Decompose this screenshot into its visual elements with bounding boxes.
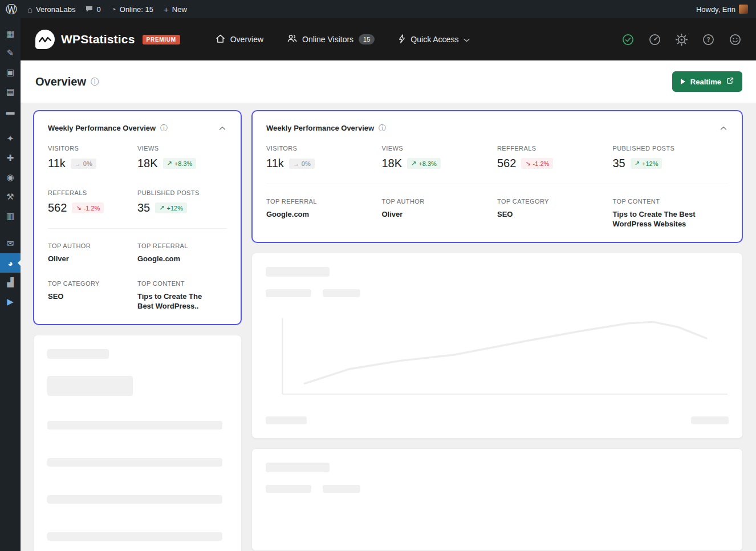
skeleton-bar [266, 416, 307, 424]
traffic-chart-loading-card [251, 253, 743, 439]
posts-icon: ✎ [7, 48, 14, 58]
collapse-chevron-up-icon[interactable] [719, 125, 728, 132]
metric-value: 18K [137, 157, 158, 170]
sidebar-item-media[interactable]: ▣ [0, 63, 21, 82]
sidebar-item-posts[interactable]: ✎ [0, 43, 21, 63]
trend-badge: ↗+12% [631, 158, 662, 169]
feedback-smiley-icon[interactable] [729, 34, 741, 46]
comments-link[interactable]: 0 [86, 5, 100, 14]
sidebar-item-settings[interactable]: ▥ [0, 206, 21, 226]
trend-badge: →0% [71, 159, 96, 169]
top-category: TOP CATEGORY SEO [48, 280, 137, 311]
help-icon[interactable]: ? [702, 34, 714, 46]
nav-overview-label: Overview [230, 35, 263, 44]
sidebar-item-plugins[interactable]: ✚ [0, 148, 21, 168]
sidebar-item-pages[interactable]: ▤ [0, 82, 21, 102]
top-value: Tips to Create The Best WordPress.. [137, 292, 227, 311]
metric-refferals: REFFERALS 562 ↘-1.2% [48, 189, 137, 214]
skeleton-bar [47, 532, 222, 541]
nav-item-quick-access[interactable]: Quick Access [399, 34, 470, 45]
skeleton-bar [47, 495, 222, 504]
realtime-button[interactable]: Realtime [672, 71, 742, 92]
top-label: TOP CATEGORY [497, 198, 613, 205]
card-title: Weekly Performance Overview ⓘ [266, 124, 386, 132]
performance-gauge-icon[interactable] [649, 34, 661, 46]
sidebar-item-appearance[interactable]: ✦ [0, 129, 21, 148]
sidebar-item-comments[interactable]: ▬ [0, 102, 21, 121]
comments-icon: ▬ [6, 107, 15, 116]
site-name-label: VeronaLabs [36, 5, 75, 14]
wp-admin-sidebar: ▦ ✎ ▣ ▤ ▬ ✦ ✚ ◉ ⚒ ▥ ✉ ◕ ▟ ▶ [0, 18, 21, 551]
header-utility-icons: ? [622, 34, 741, 46]
top-content: TOP CONTENT Tips to Create The Best Word… [613, 198, 729, 229]
top-content: TOP CONTENT Tips to Create The Best Word… [137, 280, 227, 311]
metric-value: 11k [48, 157, 66, 170]
bottom-loading-card [251, 448, 743, 551]
wp-statistics-icon: ◕ [7, 258, 13, 268]
top-value: SEO [497, 210, 613, 220]
top-author: TOP AUTHOR Oliver [382, 198, 498, 229]
skeleton-bar [323, 289, 360, 297]
sidebar-item-tools[interactable]: ⚒ [0, 187, 21, 206]
sidebar-item-users[interactable]: ◉ [0, 168, 21, 187]
chevron-down-icon [464, 35, 470, 44]
howdy-account-link[interactable]: Howdy, Erin [696, 5, 748, 14]
nav-quick-access-label: Quick Access [410, 35, 458, 44]
trend-badge: ↘-1.2% [72, 202, 104, 213]
card-divider [266, 184, 728, 184]
card-info-icon[interactable]: ⓘ [160, 124, 168, 132]
card-title-text: Weekly Performance Overview [48, 124, 156, 132]
tops-grid: TOP AUTHOR Oliver TOP REFERRAL Google.co… [48, 242, 227, 311]
metrics-grid: VISITORS 11k →0% VIEWS 18K ↗+8.3% REFFER… [266, 145, 728, 170]
top-label: TOP CATEGORY [48, 280, 137, 287]
sidebar-item-video[interactable]: ▶ [0, 292, 21, 311]
license-check-icon[interactable] [622, 34, 634, 46]
skeleton-bar [47, 421, 222, 430]
sidebar-item-charts[interactable]: ▟ [0, 273, 21, 292]
metric-label: VISITORS [266, 145, 382, 152]
card-info-icon[interactable]: ⓘ [379, 124, 386, 132]
skeleton-bar [47, 349, 109, 359]
top-label: TOP AUTHOR [48, 242, 137, 249]
top-value: Oliver [382, 210, 498, 220]
site-name-link[interactable]: ⌂ VeronaLabs [27, 5, 75, 14]
appearance-icon: ✦ [7, 133, 14, 144]
top-referral: TOP REFERRAL Google.com [137, 242, 227, 264]
page-title-info-icon[interactable]: ⓘ [91, 78, 99, 86]
nav-item-online-visitors[interactable]: Online Visitors 15 [287, 34, 375, 44]
main-content: Weekly Performance Overview ⓘ VISITORS 1… [21, 103, 756, 551]
home-icon: ⌂ [27, 5, 32, 14]
metric-views: VIEWS 18K ↗+8.3% [382, 145, 498, 170]
sidebar-item-mail[interactable]: ✉ [0, 234, 21, 253]
metric-label: PUBLISHED POSTS [137, 189, 227, 196]
wp-logo-menu[interactable]: Ⓦ [6, 3, 17, 15]
top-value: Google.com [137, 254, 227, 264]
users-icon: ◉ [6, 172, 14, 183]
plugins-icon: ✚ [7, 153, 14, 163]
online-visitors-count-badge: 15 [359, 34, 375, 44]
brand[interactable]: WPStatistics PREMIUM [35, 30, 180, 49]
top-category: TOP CATEGORY SEO [497, 198, 613, 229]
new-content-link[interactable]: + New [164, 5, 187, 14]
metric-label: REFFERALS [48, 189, 137, 196]
collapse-chevron-up-icon[interactable] [218, 125, 227, 132]
top-value: Tips to Create The Best WordPress Websit… [613, 210, 729, 229]
trend-change: -1.2% [533, 160, 550, 167]
top-label: TOP REFERRAL [266, 198, 382, 205]
skeleton-bar [266, 463, 330, 472]
page-title-text: Overview [35, 75, 86, 88]
sidebar-item-dashboard[interactable]: ▦ [0, 24, 21, 43]
trend-badge: ↘-1.2% [521, 158, 553, 169]
external-link-icon [726, 77, 734, 86]
settings-icon: ▥ [6, 211, 14, 221]
metric-views: VIEWS 18K ↗+8.3% [137, 145, 227, 170]
settings-gear-icon[interactable] [676, 34, 688, 46]
skeleton-bar [266, 289, 311, 297]
sidebar-item-wp-statistics[interactable]: ◕ [0, 253, 21, 273]
nav-item-overview[interactable]: Overview [216, 34, 263, 45]
trend-flat-icon: → [293, 160, 299, 167]
wp-statistics-header: WPStatistics PREMIUM Overview Online Vis… [21, 18, 756, 60]
metric-value: 35 [137, 201, 150, 214]
chart-skeleton [266, 307, 729, 408]
online-visitors-link[interactable]: ◔ Online: 15 [111, 5, 153, 14]
